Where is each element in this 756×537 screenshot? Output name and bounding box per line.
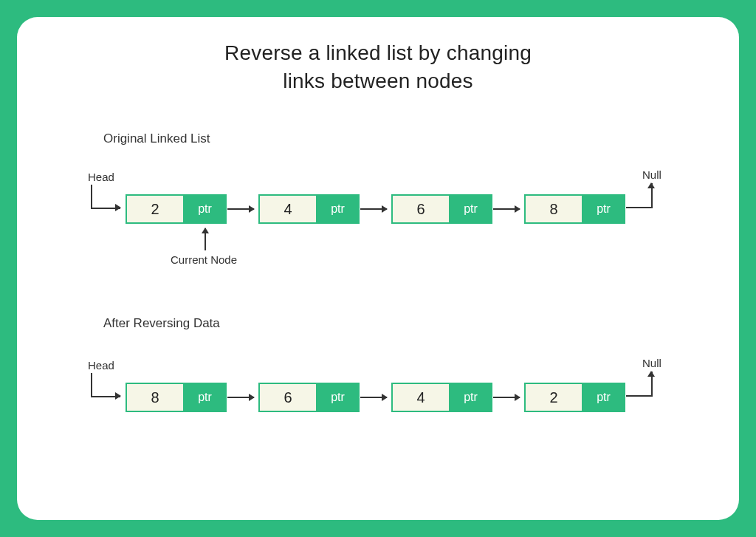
diagram-card: Reverse a linked list by changing links … <box>17 17 739 520</box>
node-value: 2 <box>127 196 185 222</box>
node-original-0: 2 ptr <box>126 194 227 224</box>
node-ptr: ptr <box>450 196 491 222</box>
node-value: 6 <box>393 196 450 222</box>
arrow-original-1 <box>360 208 387 210</box>
node-value: 4 <box>393 384 450 411</box>
arrow-reversed-2 <box>493 397 520 398</box>
node-original-3: 8 ptr <box>524 194 625 224</box>
node-ptr: ptr <box>317 196 358 222</box>
node-reversed-1: 6 ptr <box>258 383 360 412</box>
node-value: 8 <box>127 384 185 411</box>
section-original-label: Original Linked List <box>103 131 210 146</box>
arrow-reversed-0 <box>227 397 254 398</box>
node-value: 6 <box>260 384 317 411</box>
current-arrow <box>205 228 206 250</box>
node-value: 2 <box>526 384 583 411</box>
outer-frame: Reverse a linked list by changing links … <box>0 0 756 537</box>
node-ptr: ptr <box>185 196 225 222</box>
node-reversed-2: 4 ptr <box>391 383 492 412</box>
null-label-2: Null <box>642 357 662 369</box>
node-ptr: ptr <box>583 196 624 222</box>
title-line-2: links between nodes <box>17 67 739 95</box>
title-line-1: Reverse a linked list by changing <box>17 39 739 67</box>
current-node-label: Current Node <box>171 253 237 266</box>
head-label-1: Head <box>88 171 114 183</box>
node-ptr: ptr <box>185 384 225 411</box>
node-ptr: ptr <box>450 384 491 411</box>
head-label-2: Head <box>88 359 114 372</box>
head-arrow-1 <box>91 185 120 209</box>
head-arrow-2 <box>91 373 120 397</box>
node-reversed-0: 8 ptr <box>126 383 227 412</box>
null-label-1: Null <box>642 168 662 181</box>
arrow-original-0 <box>227 208 254 210</box>
arrow-original-2 <box>493 208 520 210</box>
node-value: 4 <box>260 196 317 222</box>
node-reversed-3: 2 ptr <box>524 383 625 412</box>
node-ptr: ptr <box>317 384 358 411</box>
node-ptr: ptr <box>583 384 624 411</box>
node-value: 8 <box>526 196 583 222</box>
null-arrow-2 <box>626 372 653 397</box>
section-reversed-label: After Reversing Data <box>103 316 220 331</box>
arrow-reversed-1 <box>360 397 387 398</box>
null-arrow-1 <box>626 183 653 208</box>
node-original-1: 4 ptr <box>258 194 360 224</box>
node-original-2: 6 ptr <box>391 194 492 224</box>
page-title: Reverse a linked list by changing links … <box>17 39 739 95</box>
